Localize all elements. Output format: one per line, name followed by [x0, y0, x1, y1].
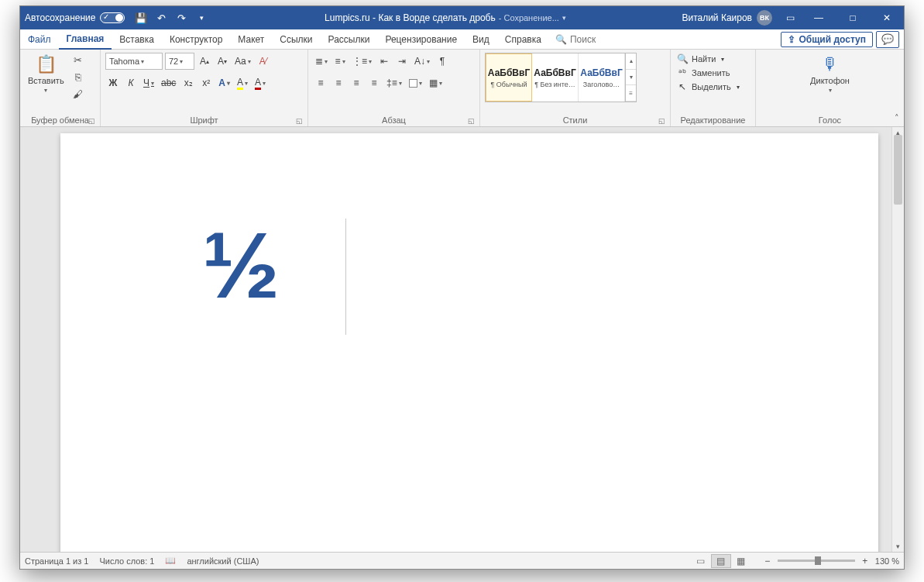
underline-button[interactable]: Ч [141, 74, 156, 91]
user-avatar[interactable]: ВК [757, 10, 772, 26]
justify-button[interactable]: ≡ [366, 74, 382, 91]
document-content[interactable]: ½ [202, 213, 277, 317]
tab-home[interactable]: Главная [59, 29, 112, 50]
tab-help[interactable]: Справка [497, 29, 549, 50]
paragraph-group-label: Абзац [382, 115, 406, 125]
comments-button[interactable]: 💬 [876, 31, 899, 48]
paste-button[interactable]: 📋 Вставить ▾ [25, 53, 67, 95]
font-launcher-icon[interactable]: ◱ [296, 117, 303, 125]
redo-icon[interactable]: ↷ [174, 11, 188, 25]
document-area: ½ ▴ ▾ [20, 127, 904, 552]
titlebar: Автосохранение ✓ 💾 ↶ ↷ ▾ Lumpics.ru - Ка… [20, 6, 904, 29]
highlight-button[interactable]: A [235, 74, 250, 91]
change-case-button[interactable]: Aa [232, 53, 253, 70]
tab-design[interactable]: Конструктор [162, 29, 230, 50]
find-button[interactable]: 🔍Найти▾ [675, 53, 741, 65]
print-layout-icon[interactable]: ▤ [711, 554, 731, 568]
increase-indent-button[interactable]: ⇥ [394, 53, 410, 70]
zoom-level[interactable]: 130 % [875, 556, 899, 566]
bold-button[interactable]: Ж [105, 74, 121, 91]
text-effects-button[interactable]: A [216, 74, 232, 91]
decrease-indent-button[interactable]: ⇤ [376, 53, 392, 70]
grow-font-button[interactable]: A▴ [197, 53, 212, 70]
zoom-slider[interactable] [778, 560, 855, 562]
copy-icon[interactable]: ⎘ [70, 70, 86, 84]
superscript-button[interactable]: x² [198, 74, 214, 91]
autosave-toggle[interactable]: ✓ [100, 12, 125, 23]
show-marks-button[interactable]: ¶ [435, 53, 450, 70]
tab-references[interactable]: Ссылки [272, 29, 320, 50]
ribbon-display-icon[interactable]: ▭ [778, 6, 802, 29]
scrollbar-thumb[interactable] [894, 135, 902, 205]
align-right-button[interactable]: ≡ [349, 74, 364, 91]
spellcheck-icon[interactable]: 📖 [165, 556, 176, 566]
shrink-font-button[interactable]: A▾ [215, 53, 230, 70]
strike-button[interactable]: abc [159, 74, 178, 91]
tab-file[interactable]: Файл [20, 29, 59, 50]
replace-button[interactable]: ᵃᵇЗаменить [675, 67, 741, 79]
style-heading1[interactable]: АаБбВвГ Заголово… [579, 53, 625, 102]
styles-gallery[interactable]: АаБбВвГ ¶ Обычный АаБбВвГ ¶ Без инте… Аа… [485, 53, 637, 102]
app-window: Автосохранение ✓ 💾 ↶ ↷ ▾ Lumpics.ru - Ка… [19, 5, 905, 570]
font-name-select[interactable]: Tahoma [105, 53, 163, 70]
comment-icon: 💬 [881, 33, 894, 45]
line-spacing-button[interactable]: ‡≡ [384, 74, 404, 91]
shading-button[interactable] [407, 74, 424, 91]
voice-group-label: Голос [819, 115, 841, 125]
page-indicator[interactable]: Страница 1 из 1 [25, 556, 88, 566]
search-input[interactable] [570, 34, 624, 45]
zoom-in-icon[interactable]: + [860, 556, 871, 567]
document-title: Lumpics.ru - Как в Ворде сделать дробь [325, 12, 496, 23]
share-button[interactable]: ⇪ Общий доступ [781, 32, 873, 47]
align-center-button[interactable]: ≡ [331, 74, 346, 91]
word-count[interactable]: Число слов: 1 [99, 556, 154, 566]
read-mode-icon[interactable]: ▭ [691, 554, 711, 568]
align-left-button[interactable]: ≡ [313, 74, 328, 91]
multilevel-button[interactable]: ⋮≡ [350, 53, 374, 70]
numbering-button[interactable]: ≡ [332, 53, 348, 70]
gallery-more-icon[interactable]: ≡ [626, 85, 636, 102]
tab-mailings[interactable]: Рассылки [321, 29, 378, 50]
format-painter-icon[interactable]: 🖌 [70, 87, 86, 101]
close-icon[interactable]: ✕ [870, 6, 904, 29]
style-no-spacing[interactable]: АаБбВвГ ¶ Без инте… [532, 53, 579, 102]
scroll-down-icon[interactable]: ▾ [892, 541, 904, 552]
text-cursor [345, 219, 346, 335]
tab-layout[interactable]: Макет [230, 29, 272, 50]
minimize-icon[interactable]: — [802, 6, 836, 29]
maximize-icon[interactable]: □ [836, 6, 870, 29]
tab-view[interactable]: Вид [465, 29, 497, 50]
italic-button[interactable]: К [123, 74, 139, 91]
clipboard-launcher-icon[interactable]: ◱ [88, 117, 95, 125]
gallery-up-icon[interactable]: ▴ [626, 53, 636, 70]
qat-more-icon[interactable]: ▾ [194, 11, 208, 25]
cut-icon[interactable]: ✂ [70, 53, 86, 67]
styles-launcher-icon[interactable]: ◱ [658, 117, 665, 125]
borders-button[interactable]: ▦ [427, 74, 445, 91]
tab-review[interactable]: Рецензирование [377, 29, 465, 50]
undo-icon[interactable]: ↶ [154, 11, 168, 25]
clear-format-button[interactable]: A⁄ [256, 53, 271, 70]
share-icon: ⇪ [788, 34, 795, 45]
dictate-button[interactable]: 🎙 Диктофон ▾ [807, 53, 853, 95]
gallery-down-icon[interactable]: ▾ [626, 70, 636, 86]
style-normal[interactable]: АаБбВвГ ¶ Обычный [486, 53, 532, 102]
tab-insert[interactable]: Вставка [112, 29, 162, 50]
replace-icon: ᵃᵇ [677, 67, 688, 78]
vertical-scrollbar[interactable]: ▴ ▾ [891, 127, 904, 552]
sort-button[interactable]: A↓ [412, 53, 432, 70]
save-icon[interactable]: 💾 [134, 11, 148, 25]
page[interactable]: ½ [60, 133, 878, 552]
paragraph-launcher-icon[interactable]: ◱ [468, 117, 475, 125]
font-size-select[interactable]: 72 [165, 53, 194, 70]
zoom-out-icon[interactable]: − [762, 556, 773, 567]
language-indicator[interactable]: английский (США) [187, 556, 259, 566]
bullets-button[interactable]: ≣ [313, 53, 330, 70]
search-box[interactable]: 🔍 [549, 34, 630, 45]
font-color-button[interactable]: A [252, 74, 268, 91]
web-layout-icon[interactable]: ▦ [731, 554, 751, 568]
menu-bar: Файл Главная Вставка Конструктор Макет С… [20, 29, 904, 50]
subscript-button[interactable]: x₂ [180, 74, 196, 91]
collapse-ribbon-icon[interactable]: ˄ [895, 113, 899, 123]
select-button[interactable]: ↖Выделить▾ [675, 81, 741, 93]
